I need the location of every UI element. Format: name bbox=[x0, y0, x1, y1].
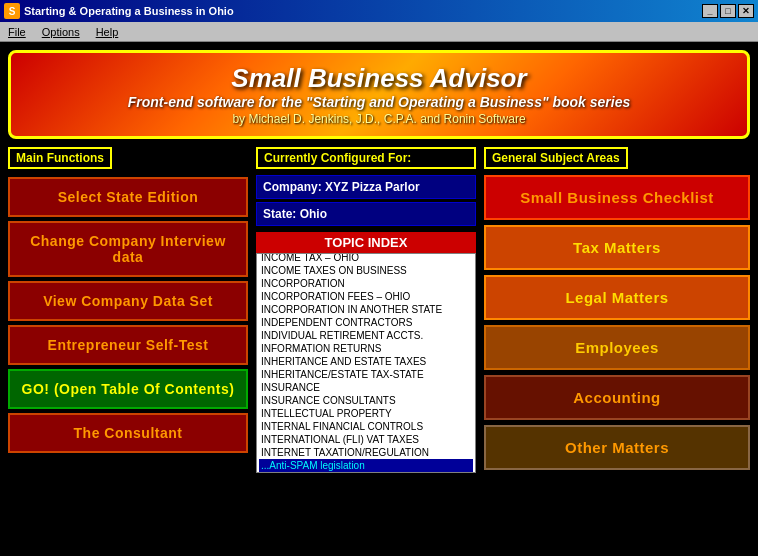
banner-title: Small Business Advisor bbox=[21, 63, 737, 94]
topic-list-item[interactable]: INTERNAL FINANCIAL CONTROLS bbox=[259, 420, 473, 433]
window-icon: S bbox=[4, 3, 20, 19]
topic-list-item[interactable]: INSURANCE CONSULTANTS bbox=[259, 394, 473, 407]
tax-matters-button[interactable]: Tax Matters bbox=[484, 225, 750, 270]
menu-help[interactable]: Help bbox=[92, 24, 123, 40]
small-business-checklist-button[interactable]: Small Business Checklist bbox=[484, 175, 750, 220]
topic-list-item[interactable]: INCOME TAX – OHIO bbox=[259, 253, 473, 264]
topic-index-header: TOPIC INDEX bbox=[256, 232, 476, 253]
employees-button[interactable]: Employees bbox=[484, 325, 750, 370]
topic-list-item[interactable]: INHERITANCE/ESTATE TAX-STATE bbox=[259, 368, 473, 381]
go-toc-button[interactable]: GO! (Open Table Of Contents) bbox=[8, 369, 248, 409]
menu-options[interactable]: Options bbox=[38, 24, 84, 40]
topic-list-item[interactable]: INSURANCE bbox=[259, 381, 473, 394]
company-field: Company: XYZ Pizza Parlor bbox=[256, 175, 476, 199]
topic-list-item[interactable]: INCOME TAXES ON BUSINESS bbox=[259, 264, 473, 277]
topic-list-item[interactable]: INCORPORATION IN ANOTHER STATE bbox=[259, 303, 473, 316]
topic-list-item[interactable]: INTERNATIONAL (FLI) VAT TAXES bbox=[259, 433, 473, 446]
center-column: Currently Configured For: Company: XYZ P… bbox=[256, 147, 476, 525]
legal-matters-button[interactable]: Legal Matters bbox=[484, 275, 750, 320]
topic-list-item[interactable]: INTERNET TAXATION/REGULATION bbox=[259, 446, 473, 459]
topic-list-item[interactable]: INCORPORATION FEES – OHIO bbox=[259, 290, 473, 303]
accounting-button[interactable]: Accounting bbox=[484, 375, 750, 420]
topic-list-item[interactable]: INTELLECTUAL PROPERTY bbox=[259, 407, 473, 420]
center-section-header: Currently Configured For: bbox=[256, 147, 476, 169]
entrepreneur-button[interactable]: Entrepreneur Self-Test bbox=[8, 325, 248, 365]
state-field: State: Ohio bbox=[256, 202, 476, 226]
topic-list-item[interactable]: INDEPENDENT CONTRACTORS bbox=[259, 316, 473, 329]
left-section-header: Main Functions bbox=[8, 147, 112, 169]
view-company-button[interactable]: View Company Data Set bbox=[8, 281, 248, 321]
topic-list-item[interactable]: INHERITANCE AND ESTATE TAXES bbox=[259, 355, 473, 368]
banner-subtitle: Front-end software for the "Starting and… bbox=[21, 94, 737, 110]
topic-list[interactable]: IMMIGRATION LAW-EMPLOYERSINCENTIVE STOCK… bbox=[256, 253, 476, 473]
maximize-button[interactable]: □ bbox=[720, 4, 736, 18]
topic-list-item[interactable]: ...Helpful Internet websites bbox=[259, 472, 473, 473]
close-button[interactable]: ✕ bbox=[738, 4, 754, 18]
titlebar: S Starting & Operating a Business in Ohi… bbox=[0, 0, 758, 22]
topic-list-item[interactable]: ...Anti-SPAM legislation bbox=[259, 459, 473, 472]
header-banner: Small Business Advisor Front-end softwar… bbox=[8, 50, 750, 139]
window-title: Starting & Operating a Business in Ohio bbox=[24, 5, 698, 17]
topic-list-item[interactable]: INFORMATION RETURNS bbox=[259, 342, 473, 355]
right-section-header: General Subject Areas bbox=[484, 147, 628, 169]
columns-container: Main Functions Select State Edition Chan… bbox=[8, 147, 750, 525]
main-content: Small Business Advisor Front-end softwar… bbox=[0, 42, 758, 556]
consultant-button[interactable]: The Consultant bbox=[8, 413, 248, 453]
minimize-button[interactable]: _ bbox=[702, 4, 718, 18]
select-state-button[interactable]: Select State Edition bbox=[8, 177, 248, 217]
window-controls[interactable]: _ □ ✕ bbox=[702, 4, 754, 18]
other-matters-button[interactable]: Other Matters bbox=[484, 425, 750, 470]
menu-file[interactable]: File bbox=[4, 24, 30, 40]
left-column: Main Functions Select State Edition Chan… bbox=[8, 147, 248, 525]
menubar: File Options Help bbox=[0, 22, 758, 42]
topic-list-item[interactable]: INCORPORATION bbox=[259, 277, 473, 290]
change-company-button[interactable]: Change Company Interview data bbox=[8, 221, 248, 277]
right-column: General Subject Areas Small Business Che… bbox=[484, 147, 750, 525]
topic-list-item[interactable]: INDIVIDUAL RETIREMENT ACCTS. bbox=[259, 329, 473, 342]
banner-author: by Michael D. Jenkins, J.D., C.P.A. and … bbox=[21, 112, 737, 126]
